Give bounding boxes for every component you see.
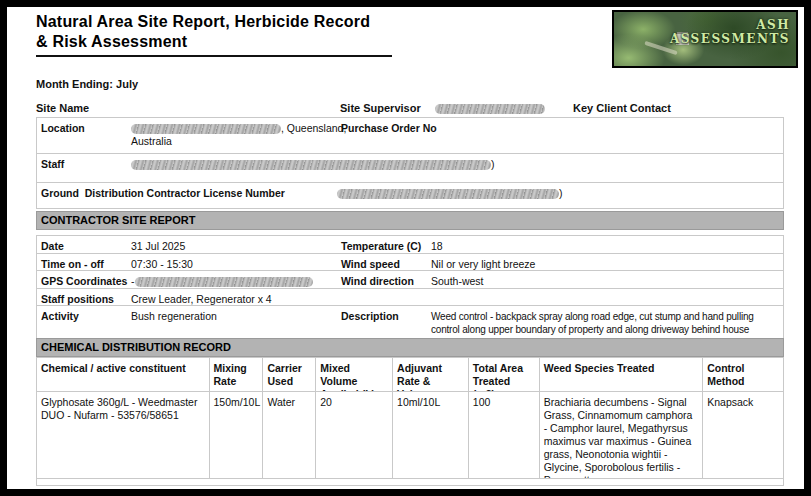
- logo-text: ASH ASSESSMENTS: [670, 18, 790, 46]
- contractor-site-report-section-header: CONTRACTOR SITE REPORT: [36, 211, 784, 230]
- col-control-method: Control Method: [702, 358, 783, 391]
- gps-visible-prefix: -: [131, 275, 135, 287]
- chemical-distribution-section-header: CHEMICAL DISTRIBUTION RECORD: [36, 338, 784, 357]
- site-header-row: Site Name Site Supervisor Key Client Con…: [7, 102, 804, 118]
- location-label: Location: [41, 122, 85, 135]
- month-ending: Month Ending: July: [36, 78, 138, 90]
- col-mixed-volume: Mixed Volume Applied (L): [315, 358, 392, 391]
- cell-control-method: Knapsack: [702, 392, 783, 478]
- staff-positions-row: Staff positions Crew Leader, Regenerator…: [36, 288, 784, 306]
- col-mixing-rate: Mixing Rate: [209, 358, 263, 391]
- location-line2: Australia: [131, 135, 172, 147]
- staff-row: Staff ): [36, 153, 784, 183]
- date-label: Date: [41, 240, 64, 253]
- col-total-area: Total Area Treated (m2): [468, 358, 539, 391]
- date-value: 31 Jul 2025: [131, 240, 185, 253]
- purchase-order-label: Purchase Order No: [341, 122, 437, 135]
- temperature-label: Temperature (C): [341, 240, 421, 253]
- staff-visible-suffix: ): [491, 158, 495, 170]
- activity-row: Activity Bush regeneration Description W…: [36, 305, 784, 339]
- col-chemical: Chemical / active constituent: [37, 358, 209, 391]
- col-weed-species: Weed Species Treated: [539, 358, 703, 391]
- gps-redacted-coordinates: [135, 277, 313, 287]
- title-underline: [36, 55, 392, 57]
- staff-redacted-names: [131, 160, 491, 170]
- cell-total-area: 100: [468, 392, 539, 478]
- col-carrier-used: Carrier Used: [262, 358, 315, 391]
- wind-direction-value: South-west: [431, 275, 484, 288]
- cell-carrier-used: Water: [262, 392, 315, 478]
- site-info-table: Location , Queensland,Australia Purchase…: [36, 118, 784, 209]
- gps-value: -: [131, 275, 313, 288]
- key-client-contact-label: Key Client Contact: [573, 102, 671, 114]
- cell-weed-species: Brachiaria decumbens - Signal Grass, Cin…: [539, 392, 703, 478]
- chemical-table-data-row: Glyphosate 360g/L - Weedmaster DUO - Nuf…: [36, 391, 784, 479]
- license-visible-suffix: ): [559, 187, 563, 199]
- staff-value: ): [131, 158, 495, 171]
- cell-mixing-rate: 150m/10L: [209, 392, 263, 478]
- contractor-report-table: Date 31 Jul 2025 Temperature (C) 18 Time…: [36, 236, 784, 339]
- activity-label: Activity: [41, 310, 79, 323]
- cell-adjuvant-rate: 10ml/10L: [392, 392, 468, 478]
- chemical-table-header-row: Chemical / active constituent Mixing Rat…: [36, 357, 784, 392]
- site-supervisor-label: Site Supervisor: [340, 102, 421, 114]
- chemical-table-empty-row: [36, 478, 784, 486]
- cell-mixed-volume: 20: [315, 392, 392, 478]
- location-visible-suffix: , Queensland,: [281, 122, 346, 134]
- page-title-line1: Natural Area Site Report, Herbicide Reco…: [36, 13, 370, 30]
- month-ending-label: Month Ending:: [36, 78, 113, 90]
- location-row: Location , Queensland,Australia Purchase…: [36, 117, 784, 154]
- page-title: Natural Area Site Report, Herbicide Reco…: [36, 12, 370, 52]
- activity-value: Bush regeneration: [131, 310, 217, 323]
- cell-chemical: Glyphosate 360g/L - Weedmaster DUO - Nuf…: [37, 392, 209, 478]
- site-name-label: Site Name: [36, 102, 89, 114]
- staff-label: Staff: [41, 158, 64, 171]
- date-row: Date 31 Jul 2025 Temperature (C) 18: [36, 235, 784, 254]
- logo-text-line2: ASSESSMENTS: [670, 32, 790, 46]
- temperature-value: 18: [431, 240, 443, 253]
- col-adjuvant-rate: Adjuvant Rate & Volume: [392, 358, 468, 391]
- description-value: Weed control - backpack spray along road…: [431, 310, 767, 336]
- license-label: Ground Distribution Contractor License N…: [41, 187, 285, 200]
- wind-direction-label: Wind direction: [341, 275, 414, 288]
- license-value: ): [337, 187, 563, 200]
- license-row: Ground Distribution Contractor License N…: [36, 182, 784, 209]
- month-ending-value: July: [116, 78, 138, 90]
- site-supervisor-redacted-value: [435, 104, 545, 114]
- logo-text-line1: ASH: [670, 18, 790, 32]
- page-frame: Natural Area Site Report, Herbicide Reco…: [0, 0, 811, 496]
- gps-label: GPS Coordinates: [41, 275, 127, 288]
- company-logo: ASH ASSESSMENTS: [612, 10, 798, 68]
- time-row: Time on - off 07:30 - 15:30 Wind speed N…: [36, 253, 784, 271]
- document-page: Natural Area Site Report, Herbicide Reco…: [7, 7, 804, 489]
- chemical-distribution-table: Chemical / active constituent Mixing Rat…: [36, 358, 784, 486]
- gps-row: GPS Coordinates - Wind direction South-w…: [36, 270, 784, 289]
- page-title-line2: & Risk Assessment: [36, 33, 187, 50]
- location-redacted-address: [131, 124, 281, 134]
- license-redacted-value: [337, 189, 559, 199]
- description-label: Description: [341, 310, 399, 323]
